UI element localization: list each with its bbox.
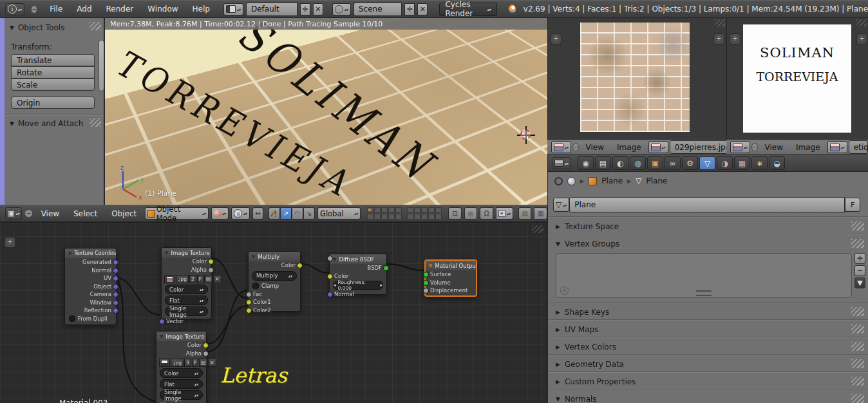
layer-buttons-group-1[interactable] bbox=[367, 207, 402, 220]
socket-fac-in[interactable] bbox=[246, 292, 252, 297]
tab-modifiers[interactable]: ⚙ bbox=[682, 156, 698, 170]
delete-scene-button[interactable]: ✕ bbox=[417, 3, 428, 15]
socket-vector-in[interactable] bbox=[159, 319, 165, 324]
socket-volume-in[interactable] bbox=[423, 280, 429, 286]
tab-object[interactable]: ▣ bbox=[647, 156, 663, 170]
socket-alpha-out[interactable] bbox=[208, 267, 214, 273]
mode-select[interactable]: Object Mode ▴▾ bbox=[145, 207, 209, 220]
scale-manipulator-button[interactable]: ↘ bbox=[303, 207, 315, 220]
socket-bsdf-out[interactable] bbox=[383, 265, 389, 271]
node-editor[interactable]: + ▼ Texture Coordinate Generated Normal … bbox=[0, 222, 547, 403]
image-name[interactable]: .jpg bbox=[176, 275, 189, 283]
panel-vertex-colors[interactable]: ▶ Vertex Colors bbox=[548, 339, 868, 354]
socket-roughness-in[interactable] bbox=[327, 256, 333, 261]
projection-select[interactable]: Flat▴▾ bbox=[165, 295, 208, 305]
node-image-texture-2[interactable]: ▼ Image Texture Color Alpha .jpg 3 F ▤ ✕… bbox=[156, 331, 207, 403]
panel-drag-grip[interactable] bbox=[851, 324, 864, 333]
menu-select[interactable]: Select bbox=[68, 209, 103, 218]
tab-physics[interactable]: ◒ bbox=[769, 156, 785, 170]
tab-render[interactable]: ◉ bbox=[578, 156, 594, 170]
menu-add[interactable]: Add bbox=[71, 5, 97, 14]
image-thumbnail-icon[interactable] bbox=[159, 359, 170, 367]
scene-datablock-icon[interactable] bbox=[567, 177, 576, 185]
editor-type-button[interactable]: i ▴▾ bbox=[5, 3, 24, 15]
socket-object[interactable] bbox=[113, 284, 118, 290]
translate-button[interactable]: Translate bbox=[11, 54, 95, 66]
fake-user-button[interactable]: F bbox=[197, 275, 203, 283]
render-opengl-anim-icon[interactable]: ▥ bbox=[534, 207, 547, 220]
fake-user-button[interactable]: F bbox=[845, 198, 860, 212]
socket-displacement-in[interactable] bbox=[423, 288, 429, 294]
area-corner-grip[interactable] bbox=[856, 19, 867, 26]
menu-help[interactable]: Help bbox=[187, 5, 216, 14]
image-datablock-row[interactable]: .jpg 2 F ▤ ✕ bbox=[164, 275, 209, 283]
socket-surface-in[interactable] bbox=[423, 272, 429, 277]
open-image-icon[interactable]: ▤ bbox=[199, 359, 207, 367]
scale-button[interactable]: Scale bbox=[11, 79, 95, 91]
list-resize-grip-icon[interactable] bbox=[696, 290, 712, 296]
screen-layout-name-field[interactable]: Default bbox=[246, 3, 297, 16]
menu-render[interactable]: Render bbox=[100, 5, 140, 14]
tab-material[interactable]: ◑ bbox=[717, 156, 733, 170]
delete-layout-button[interactable]: ✕ bbox=[313, 3, 323, 15]
socket-color-out[interactable] bbox=[203, 342, 209, 348]
menu-window[interactable]: Window bbox=[142, 5, 184, 14]
pin-icon[interactable] bbox=[554, 177, 563, 185]
panel-texture-space[interactable]: ▶ Texture Space bbox=[548, 219, 868, 234]
socket-color-out[interactable] bbox=[297, 263, 303, 268]
node-collapse-icon[interactable]: ▼ bbox=[165, 250, 168, 256]
node-image-texture-1[interactable]: ▼ Image Texture Color Alpha .jpg 2 F ▤ ✕… bbox=[161, 247, 212, 319]
image-datablock-row[interactable]: .jpg 3 F ▤ ✕ bbox=[159, 359, 203, 367]
screen-layout-icon-button[interactable]: ▴▾ bbox=[223, 3, 243, 15]
add-scene-button[interactable]: ✛ bbox=[404, 3, 415, 15]
fake-user-button[interactable]: F bbox=[192, 359, 198, 367]
layer-buttons-group-2[interactable] bbox=[407, 207, 442, 220]
color-space-select[interactable]: Color▴▾ bbox=[165, 285, 208, 294]
proportional-edit-icon[interactable]: ◎ bbox=[464, 207, 478, 220]
node-collapse-icon[interactable]: ▼ bbox=[333, 257, 336, 262]
node-mix-multiply[interactable]: ▼ Multiply Color Multiply▴▾ Clamp Fac Co… bbox=[248, 251, 301, 312]
menu-file[interactable]: File bbox=[44, 5, 68, 14]
move-and-attach-panel-header[interactable]: ▼ Move and Attach bbox=[10, 119, 83, 128]
object-tools-panel-header[interactable]: ▼ Object Tools bbox=[10, 23, 64, 32]
blend-mode-select[interactable]: Multiply▴▾ bbox=[252, 271, 297, 281]
image-source-select[interactable]: Single Image▴▾ bbox=[160, 390, 203, 400]
remove-vertex-group-button[interactable]: − bbox=[854, 265, 865, 276]
tab-constraints[interactable]: ∞ bbox=[665, 156, 681, 170]
unlink-image-icon[interactable]: ✕ bbox=[208, 359, 216, 367]
socket-generated[interactable] bbox=[113, 259, 118, 265]
transform-orientation-select[interactable]: Global ▴▾ bbox=[317, 207, 361, 220]
rotate-button[interactable]: Rotate bbox=[11, 66, 95, 79]
breadcrumb-data-name[interactable]: Plane bbox=[646, 176, 667, 185]
tab-render-layers[interactable]: ▤ bbox=[595, 156, 611, 170]
panel-drag-grip[interactable] bbox=[851, 377, 864, 386]
region-expand-button[interactable]: + bbox=[856, 33, 867, 44]
add-vertex-group-button[interactable]: ✛ bbox=[854, 253, 865, 264]
mesh-data-icon[interactable]: ▽ bbox=[636, 176, 641, 185]
image-users-count[interactable]: 2 bbox=[189, 275, 196, 283]
tool-shelf-scrollbar[interactable] bbox=[99, 40, 104, 91]
image-datablock-icon-button[interactable]: ▴▾ bbox=[648, 141, 668, 153]
add-layout-button[interactable]: ✛ bbox=[300, 3, 310, 15]
panel-drag-grip[interactable] bbox=[90, 22, 101, 30]
socket-alpha-out[interactable] bbox=[203, 351, 209, 357]
menu-image[interactable]: Image bbox=[611, 143, 647, 152]
panel-vertex-groups[interactable]: ▼ Vertex Groups bbox=[548, 236, 868, 251]
panel-drag-grip[interactable] bbox=[851, 221, 864, 230]
menu-view[interactable]: View bbox=[580, 143, 610, 152]
rotate-manipulator-button[interactable]: ◠ bbox=[292, 207, 303, 220]
pivot-point-select[interactable]: ▴▾ bbox=[231, 207, 250, 220]
vertex-group-specials-button[interactable]: ▼ bbox=[854, 277, 865, 288]
open-image-icon[interactable]: ▤ bbox=[204, 275, 212, 283]
panel-shape-keys[interactable]: ▶ Shape Keys bbox=[548, 305, 868, 319]
snap-magnet-icon[interactable]: Ω bbox=[480, 207, 493, 220]
socket-camera[interactable] bbox=[113, 292, 118, 297]
panel-drag-grip[interactable] bbox=[851, 307, 864, 316]
origin-button[interactable]: Origin bbox=[11, 97, 95, 109]
mesh-datablock-icon-button[interactable]: ▽ ▴▾ bbox=[553, 198, 569, 212]
breadcrumb-object-name[interactable]: Plane bbox=[601, 176, 623, 185]
panel-drag-grip[interactable] bbox=[851, 342, 864, 351]
collapse-menus-button[interactable]: − bbox=[751, 143, 758, 151]
tab-object-data[interactable]: ▽ bbox=[699, 156, 715, 170]
collapse-menus-button[interactable]: − bbox=[24, 209, 32, 218]
